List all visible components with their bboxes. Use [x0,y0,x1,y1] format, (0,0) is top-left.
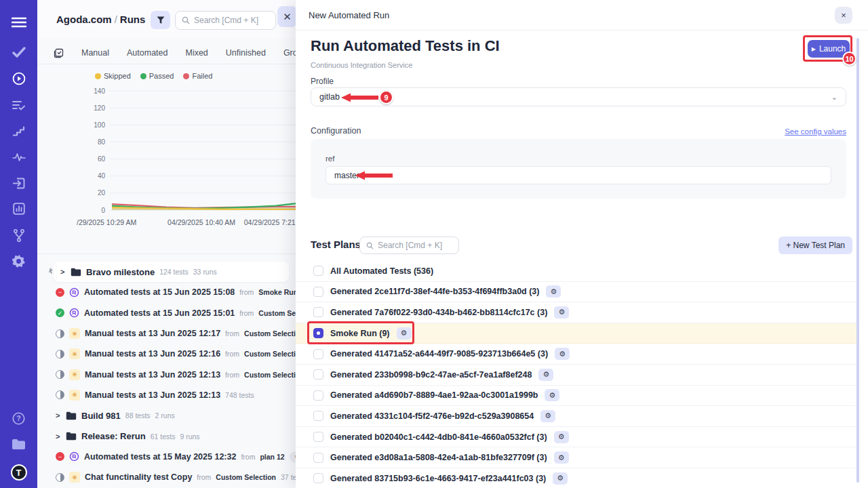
steps-icon[interactable] [0,121,37,141]
tab-automated[interactable]: Automated [127,48,167,58]
test-plan-settings-button[interactable]: ⚙ [553,472,568,485]
runs-search-input[interactable] [194,16,269,25]
tab-manual[interactable]: Manual [81,48,109,58]
run-from-label: from [197,473,211,481]
tab-unfinished[interactable]: Unfinished [226,48,266,58]
chevron-right-icon[interactable]: > [56,411,61,420]
folder-row[interactable]: >Bravo milestone124 tests33 runs [54,262,289,282]
run-row[interactable]: ✳Manual tests at 13 Jun 2025 12:16fromCu… [37,344,296,364]
test-plan-row[interactable]: Generated 41471a52-a644-49f7-9085-923713… [296,344,859,365]
run-row[interactable]: −Automated tests at 15 May 2025 12:32fro… [37,447,296,467]
run-row[interactable]: ✳Manual tests at 13 Jun 2025 12:13748 te… [37,385,296,405]
see-config-values-link[interactable]: See config values [785,127,846,136]
select-runs-icon[interactable] [54,48,64,58]
run-title: Manual tests at 13 Jun 2025 12:13 [85,390,220,400]
checkbox-checked[interactable] [313,328,323,338]
test-plan-row[interactable]: All Automated Tests (536) [296,261,859,282]
manual-run-icon: ✳ [69,328,80,339]
drawer-scrollbar[interactable] [856,38,859,483]
test-plan-settings-button[interactable]: ⚙ [538,369,553,381]
profile-select[interactable]: gitlab ⌄ [311,87,846,106]
runs-close-button[interactable]: ✕ [277,6,297,27]
test-plan-row[interactable]: Smoke Run (9)⚙ [296,323,859,344]
run-source: Custom Selection [258,309,296,317]
test-plan-settings-button[interactable]: ⚙ [540,410,555,422]
test-plan-row[interactable]: Generated b02040c1-c442-4db0-841e-4660a0… [296,427,859,448]
runs-tabs: ManualAutomatedMixedUnfinishedGroups [37,42,296,64]
legend-item-failed: Failed [183,72,212,80]
folder-meta: 124 tests [159,268,189,276]
folder-title: Release: Rerun [81,431,146,441]
svg-text:40: 40 [98,172,106,180]
test-plan-settings-button[interactable]: ⚙ [554,431,569,443]
test-plan-settings-button[interactable]: ⚙ [554,306,569,319]
test-plans-search-input[interactable] [378,241,452,250]
chevron-right-icon[interactable]: > [60,268,66,276]
reports-chart-icon[interactable] [0,199,37,219]
checkbox[interactable] [313,369,323,380]
test-plan-row[interactable]: Generated 233b0998-b9c2-47ae-a5cf-7ea1af… [296,365,859,386]
checkbox[interactable] [313,287,323,297]
checkbox[interactable] [313,473,323,483]
test-plan-row[interactable]: Generated 2ce11f7d-38ef-44fe-b353-4f694f… [296,282,859,303]
menu-icon[interactable] [0,12,37,33]
runs-play-icon[interactable] [0,68,37,89]
test-plan-label: Generated b02040c1-c442-4db0-841e-4660a0… [330,432,547,442]
test-plan-label: All Automated Tests (536) [330,266,433,276]
test-plan-settings-button[interactable]: ⚙ [554,451,569,464]
test-plan-row[interactable]: Generated 7a76f022-93d0-434b-b462-bb8114… [296,302,859,323]
breadcrumb-project[interactable]: Agoda.com [56,14,112,25]
test-plan-settings-button[interactable]: ⚙ [397,327,412,340]
run-row[interactable]: ✳Chat functinality test CopyfromCustom S… [37,467,296,487]
tab-mixed[interactable]: Mixed [185,48,208,58]
help-icon[interactable]: ? [0,408,37,428]
pin-cursor-icon [45,266,54,279]
projects-folder-icon[interactable] [0,434,37,454]
ref-input[interactable] [326,166,831,184]
settings-gear-icon[interactable] [0,251,37,271]
test-plan-row[interactable]: Generated 4331c104-f5f2-476e-b92d-c529a3… [296,406,859,427]
avatar[interactable]: T [0,462,37,483]
checkbox[interactable] [313,266,323,276]
svg-text:60: 60 [98,155,106,163]
drawer-close-button[interactable]: × [835,7,852,24]
checkbox[interactable] [313,432,323,442]
analytics-pulse-icon[interactable] [0,147,37,167]
svg-text:?: ? [16,414,20,422]
run-settings-badge[interactable]: ⚙test [290,451,296,462]
run-row[interactable]: ✳Manual tests at 13 Jun 2025 12:17fromCu… [37,323,296,344]
branches-icon[interactable] [0,225,37,245]
checkbox[interactable] [313,411,323,421]
checkbox[interactable] [313,307,323,317]
status-progress-icon [56,329,64,338]
new-test-plan-button[interactable]: + New Test Plan [778,237,852,254]
status-passed-icon: ✓ [56,308,64,317]
run-row[interactable]: ✓Automated tests at 15 Jun 2025 15:01fro… [37,303,296,323]
run-row[interactable]: ✳Manual tests at 13 Jun 2025 12:13fromCu… [37,364,296,384]
runs-search[interactable] [175,11,276,30]
folder-icon [71,268,81,277]
test-plan-row[interactable]: Generated a4d690b7-8889-4ae1-92aa-0c3001… [296,386,859,407]
test-plan-row[interactable]: Generated 83715b93-6c1e-4663-9417-ef23a4… [296,468,859,488]
run-row[interactable]: −Automated tests at 15 Jun 2025 15:08fro… [37,282,296,302]
test-plan-settings-button[interactable]: ⚙ [545,389,559,401]
status-failed-icon: − [56,452,64,461]
checkbox[interactable] [313,390,323,401]
test-plan-settings-button[interactable]: ⚙ [546,285,561,298]
checkbox[interactable] [313,453,323,463]
chevron-right-icon[interactable]: > [56,432,61,441]
filter-button[interactable] [151,11,170,29]
tests-check-icon[interactable] [0,42,37,62]
checkbox[interactable] [313,349,323,359]
test-plans-list-icon[interactable] [0,95,37,115]
launch-button[interactable]: ▶ Launch [808,40,850,58]
test-plan-settings-button[interactable]: ⚙ [555,348,570,360]
search-icon [366,242,374,249]
svg-text:140: 140 [94,87,105,95]
run-title: Automated tests at 15 May 2025 12:32 [84,452,236,462]
test-plans-search[interactable] [359,237,459,254]
folder-row[interactable]: >Build 98188 tests2 runs [37,405,296,426]
ci-launch-icon[interactable] [0,173,37,193]
folder-row[interactable]: >Release: Rerun61 tests9 runs [37,426,296,446]
test-plan-row[interactable]: Generated e3d08a1a-5808-42e4-a1ab-81bfe3… [296,447,859,468]
